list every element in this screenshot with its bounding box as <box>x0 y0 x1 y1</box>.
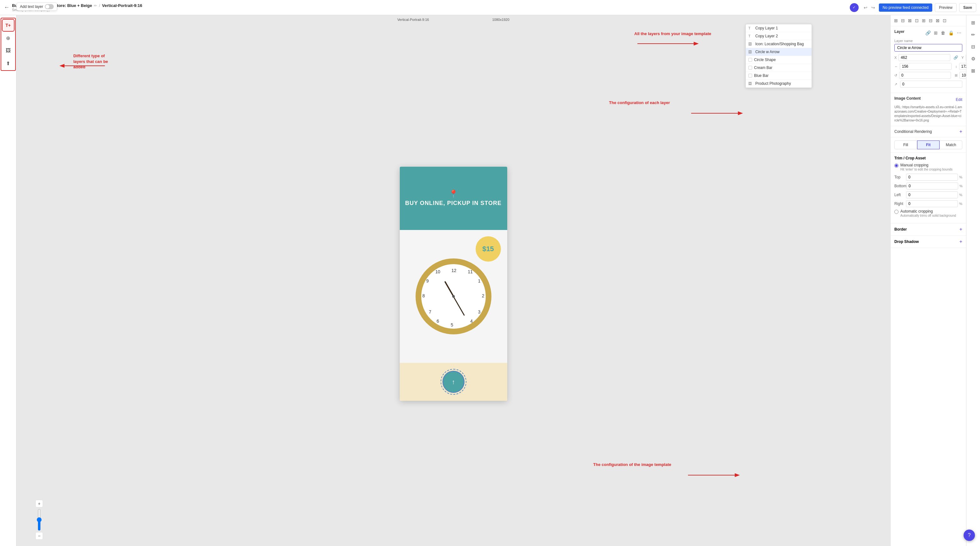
user-avatar: ✓ <box>850 3 859 12</box>
undo-button[interactable]: ↩ <box>862 4 869 11</box>
sidebar-images-button[interactable]: 🖼 <box>2 44 14 57</box>
w-label: ↔ <box>894 64 898 68</box>
h-input[interactable] <box>959 63 966 70</box>
template-title: BUY ONLINE, PICKUP IN STORE <box>405 200 501 207</box>
top-bar: ← Buy Online Pickup In Store: Blue + Bei… <box>0 0 980 15</box>
no-preview-button[interactable]: No preview feed connected <box>879 3 932 12</box>
x-input[interactable] <box>899 54 950 61</box>
match-button[interactable]: Match <box>940 140 962 149</box>
zoom-minus-button[interactable]: − <box>35 532 43 540</box>
table-button[interactable]: ⊟ <box>968 42 978 52</box>
artboard-button[interactable]: ⊞ <box>968 18 978 28</box>
opacity-input[interactable] <box>959 72 966 79</box>
layer-item-circle-arrow[interactable]: 🖼 Circle w Arrow <box>746 48 811 56</box>
layer-item-copy2[interactable]: T Copy Layer 2 <box>746 32 811 40</box>
top-bar-left: ← Buy Online Pickup In Store: Blue + Bei… <box>4 3 847 12</box>
clock-4: 4 <box>470 319 473 324</box>
zoom-plus-button[interactable]: + <box>35 500 43 508</box>
crop-title: Trim / Crop Asset <box>894 156 962 160</box>
copy-layer-button[interactable]: ⊞ <box>933 29 939 37</box>
blue-bar-checkbox[interactable] <box>748 74 752 78</box>
zoom-slider[interactable] <box>37 509 42 531</box>
add-text-toggle[interactable] <box>45 4 54 9</box>
edit-icon[interactable]: ✏ <box>94 3 97 8</box>
skew-row: ↗ <box>894 81 962 88</box>
layer-blue-bar-label: Blue Bar <box>754 73 768 78</box>
align-bottom-button[interactable]: ⊟ <box>928 17 934 24</box>
delete-layer-button[interactable]: 🗑 <box>940 29 946 37</box>
layer-circle-arrow-label: Circle w Arrow <box>755 49 780 54</box>
layer-item-product[interactable]: 🖼 Product Photography <box>746 80 811 88</box>
rot-input[interactable] <box>899 72 951 79</box>
clock-5: 5 <box>451 322 453 327</box>
w-input[interactable] <box>900 63 951 70</box>
fill-button[interactable]: Fill <box>894 140 917 149</box>
right-input[interactable] <box>906 200 958 207</box>
expand-button[interactable]: ⊠ <box>968 66 978 76</box>
align-left-button[interactable]: ⊞ <box>893 17 899 24</box>
undo-redo-group: ↩ ↪ <box>862 4 877 11</box>
auto-crop-radio[interactable] <box>894 210 899 214</box>
shape-checkbox[interactable] <box>748 58 752 62</box>
clock-10: 10 <box>435 269 440 274</box>
layer-item-cream-bar[interactable]: Cream Bar <box>746 64 811 72</box>
settings-button[interactable]: ⚙ <box>968 54 978 64</box>
clock-7: 7 <box>429 310 431 315</box>
layer-item-copy1[interactable]: T Copy Layer 1 <box>746 24 811 32</box>
settings-icon: ⚙ <box>971 56 975 62</box>
text-layer-icon-2: T <box>748 34 753 38</box>
bottom-label: Bottom <box>894 184 906 188</box>
right-pct: % <box>959 202 962 206</box>
sidebar-upload-button[interactable]: ⬆ <box>2 57 14 70</box>
help-button[interactable]: ? <box>964 530 975 541</box>
brush-button[interactable]: ✏ <box>968 30 978 40</box>
layer-icon-label: Icon: Location/Shopping Bag <box>755 42 803 46</box>
back-button[interactable]: ← <box>4 4 10 11</box>
distribute-h-button[interactable]: ⊠ <box>935 17 940 24</box>
align-center-v-button[interactable]: ⊟ <box>900 17 906 24</box>
manual-crop-label-group: Manual cropping Hit 'enter' to edit the … <box>900 163 953 171</box>
save-button[interactable]: Save <box>959 3 976 12</box>
clock-12: 12 <box>451 268 457 273</box>
skew-label: ↗ <box>894 82 898 86</box>
fit-button[interactable]: Fit <box>917 140 940 149</box>
conditional-rendering-add-button[interactable]: + <box>959 129 962 134</box>
lock-layer-button[interactable]: 🔒 <box>947 29 955 37</box>
left-pct: % <box>959 193 962 197</box>
edit-link[interactable]: Edit <box>956 97 962 102</box>
align-center-h-button[interactable]: ⊞ <box>921 17 927 24</box>
right-row: Right % <box>894 200 962 207</box>
skew-input[interactable] <box>900 81 962 88</box>
border-add-button[interactable]: + <box>959 227 962 232</box>
xy-row: X 🔗 Y 🖨 <box>894 54 962 61</box>
left-input[interactable] <box>906 192 958 198</box>
top-pct: % <box>959 175 962 179</box>
manual-crop-radio[interactable] <box>894 164 899 168</box>
text-layer-icon: T <box>748 26 753 30</box>
link-button[interactable]: 🔗 <box>924 29 932 37</box>
cream-bar-checkbox[interactable] <box>748 66 752 70</box>
clock-6: 6 <box>436 319 439 324</box>
layer-item-icon[interactable]: 🖼 Icon: Location/Shopping Bag <box>746 40 811 48</box>
bottom-input[interactable] <box>906 182 958 190</box>
expand-icon: ⊠ <box>971 68 975 74</box>
layer-name-input[interactable] <box>894 44 962 51</box>
align-right-button[interactable]: ⊠ <box>907 17 913 24</box>
redo-button[interactable]: ↪ <box>870 4 877 11</box>
help-icon: ? <box>968 532 971 538</box>
top-input[interactable] <box>906 174 958 180</box>
manual-crop-row: Manual cropping Hit 'enter' to edit the … <box>894 163 962 171</box>
preview-button[interactable]: Preview <box>935 3 957 12</box>
more-options-button[interactable]: ⋯ <box>956 29 962 37</box>
template-header: 📍 BUY ONLINE, PICKUP IN STORE <box>400 167 507 230</box>
distribute-v-button[interactable]: ⊡ <box>942 17 947 24</box>
align-top-button[interactable]: ⊡ <box>914 17 920 24</box>
sidebar-layers-button[interactable]: ⊕ <box>2 32 14 44</box>
circle-arrow-element[interactable]: ↑ <box>442 371 465 393</box>
sidebar-highlight: T+ ⊕ 🖼 ⬆ <box>1 18 16 71</box>
sidebar-text-button[interactable]: T+ <box>2 19 14 32</box>
layer-item-circle-shape[interactable]: Circle Shape <box>746 56 811 64</box>
drop-shadow-add-button[interactable]: + <box>959 239 962 244</box>
layer-item-blue-bar[interactable]: Blue Bar <box>746 72 811 80</box>
add-text-label: Add text layer <box>20 5 43 9</box>
